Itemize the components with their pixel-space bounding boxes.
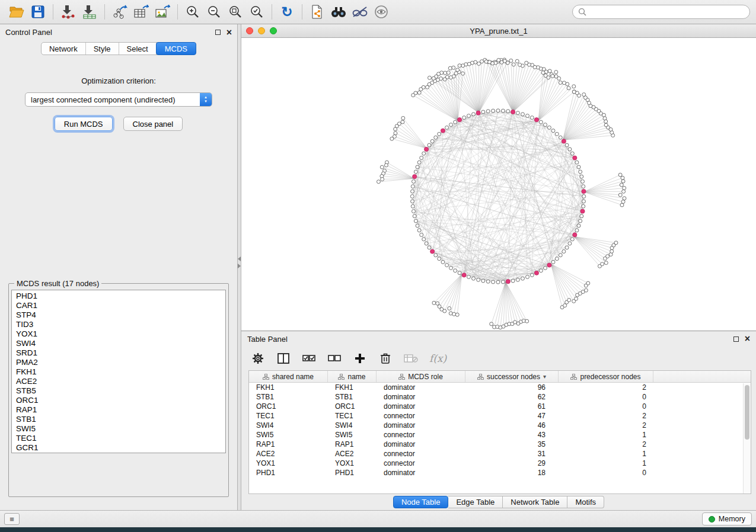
show-columns-button[interactable] (276, 351, 291, 366)
network-node[interactable] (516, 111, 519, 115)
network-node[interactable] (380, 165, 384, 169)
network-node[interactable] (577, 224, 580, 227)
table-row[interactable]: ORC1ORC1dominator610 (249, 402, 751, 411)
add-column-button[interactable] (353, 351, 367, 366)
table-row[interactable]: TEC1TEC1connector472 (249, 411, 751, 421)
network-node[interactable] (572, 85, 576, 88)
mcds-result-item[interactable]: TEC1 (16, 434, 225, 443)
share-document-button[interactable] (307, 2, 328, 21)
column-header-successor-nodes[interactable]: successor nodes ▾ (465, 371, 559, 382)
maximize-window-icon[interactable] (270, 27, 277, 34)
table-cell[interactable]: connector (377, 449, 465, 459)
network-node[interactable] (430, 139, 434, 143)
table-cell[interactable]: 31 (465, 449, 559, 459)
column-header-mcds-role[interactable]: MCDS role (377, 371, 465, 382)
network-node[interactable] (621, 176, 624, 180)
network-node[interactable] (390, 137, 394, 140)
network-node[interactable] (477, 62, 481, 66)
network-node[interactable] (486, 280, 490, 283)
table-row[interactable]: PHD1PHD1dominator180 (249, 468, 751, 477)
network-node[interactable] (445, 126, 449, 129)
network-node[interactable] (449, 76, 452, 79)
network-node[interactable] (455, 313, 459, 316)
table-cell[interactable]: 1 (559, 430, 653, 440)
mcds-result-list[interactable]: PHD1CAR1STP4TID3YOX1SWI4SRD1PMA2FKH1ACE2… (11, 290, 226, 453)
table-cell[interactable]: SWI4 (328, 421, 377, 430)
search-input[interactable] (590, 8, 744, 17)
dominator-node[interactable] (582, 189, 586, 193)
network-node[interactable] (461, 64, 465, 68)
network-node[interactable] (580, 214, 583, 218)
network-node[interactable] (575, 161, 579, 164)
network-node[interactable] (603, 117, 607, 120)
mcds-result-item[interactable]: ACE2 (16, 377, 225, 386)
sort-descending-icon[interactable]: ▾ (543, 373, 546, 380)
dominator-node[interactable] (430, 249, 435, 254)
network-node[interactable] (509, 59, 513, 62)
network-node[interactable] (454, 72, 458, 75)
network-node[interactable] (497, 58, 500, 62)
network-node[interactable] (417, 91, 421, 94)
network-node[interactable] (467, 275, 471, 278)
network-node[interactable] (496, 109, 500, 113)
network-node[interactable] (417, 161, 421, 164)
export-image-button[interactable] (152, 2, 173, 21)
network-node[interactable] (456, 68, 460, 72)
network-node[interactable] (467, 114, 471, 117)
dominator-node[interactable] (547, 263, 551, 267)
network-node[interactable] (432, 76, 435, 80)
network-node[interactable] (413, 214, 416, 218)
table-cell[interactable]: YOX1 (328, 459, 377, 468)
network-node[interactable] (515, 59, 519, 63)
table-row[interactable]: SWI4SWI4dominator462 (249, 421, 751, 430)
status-menu-button[interactable]: ≡ (4, 513, 20, 525)
network-node[interactable] (577, 165, 580, 169)
network-node[interactable] (500, 60, 503, 64)
close-window-icon[interactable] (246, 27, 253, 34)
network-node[interactable] (555, 132, 559, 136)
table-cell[interactable]: 1 (559, 449, 653, 459)
network-node[interactable] (567, 299, 571, 302)
table-cell[interactable]: 46 (465, 421, 559, 430)
table-cell[interactable]: PHD1 (328, 468, 377, 477)
network-node[interactable] (438, 132, 441, 136)
table-cell[interactable]: 61 (465, 402, 559, 411)
network-node[interactable] (394, 127, 397, 131)
network-node[interactable] (411, 204, 414, 208)
minimize-window-icon[interactable] (258, 27, 265, 34)
column-header-shared-name[interactable]: shared name (249, 371, 328, 382)
network-node[interactable] (412, 180, 415, 183)
network-node[interactable] (445, 264, 449, 267)
network-node[interactable] (506, 110, 510, 113)
mcds-result-item[interactable]: SWI5 (16, 424, 225, 434)
network-node[interactable] (449, 312, 452, 315)
tab-motifs[interactable]: Motifs (567, 496, 604, 508)
table-cell[interactable]: connector (377, 459, 465, 468)
table-cell[interactable]: SWI5 (249, 430, 328, 440)
network-node[interactable] (472, 113, 476, 116)
network-node[interactable] (432, 301, 436, 305)
dominator-node[interactable] (441, 129, 445, 133)
table-cell[interactable]: dominator (377, 392, 465, 402)
mcds-result-item[interactable]: YOX1 (16, 329, 225, 339)
network-node[interactable] (551, 260, 555, 264)
splitter-collapse-right-icon[interactable] (238, 264, 241, 268)
network-node[interactable] (518, 63, 522, 66)
network-node[interactable] (530, 116, 534, 120)
column-header-name[interactable]: name (328, 371, 377, 382)
network-node[interactable] (414, 219, 417, 223)
delete-column-button[interactable] (378, 351, 393, 366)
mcds-result-item[interactable]: PHD1 (16, 291, 225, 301)
save-button[interactable] (27, 2, 49, 21)
tab-network-table[interactable]: Network Table (503, 496, 567, 508)
network-node[interactable] (559, 81, 562, 84)
mcds-result-item[interactable]: GCR1 (16, 443, 225, 453)
network-node[interactable] (438, 257, 441, 261)
mcds-result-item[interactable]: CAR1 (16, 301, 225, 310)
table-cell[interactable]: 29 (465, 459, 559, 468)
network-node[interactable] (448, 66, 452, 70)
dominator-node[interactable] (506, 280, 510, 284)
network-node[interactable] (559, 136, 562, 139)
table-cell[interactable]: dominator (377, 383, 465, 392)
network-node[interactable] (443, 309, 446, 313)
